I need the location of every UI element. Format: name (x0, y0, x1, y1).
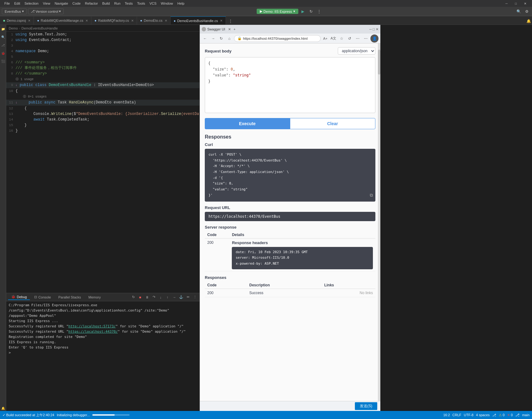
debug-toolbar-pause[interactable]: ⏸ (144, 294, 150, 300)
menu-bar[interactable]: File Edit Selection View Navigate Code R… (2, 1, 186, 6)
debug-toolbar-link[interactable]: ⚓ (178, 294, 184, 300)
run-btn[interactable]: ▶ (300, 8, 306, 15)
browser-close[interactable]: ✕ (376, 27, 378, 31)
breadcrumb-class[interactable]: DemoEventsBusHandle (21, 26, 58, 30)
menu-file[interactable]: File (2, 1, 12, 6)
debug-activity-icon[interactable]: 🐞 (0, 50, 6, 56)
menu-edit[interactable]: Edit (12, 1, 22, 6)
menu-tests[interactable]: Tests (123, 1, 135, 6)
reload-btn[interactable]: ↻ (308, 8, 314, 15)
request-url-box: https://localhost:44370/EventBus (205, 212, 375, 221)
scrollbar-track[interactable] (378, 43, 380, 401)
menu-run[interactable]: Run (112, 1, 122, 6)
eol-type[interactable]: CRLF (452, 413, 461, 417)
execute-button[interactable]: Execute (205, 118, 290, 129)
console-tab[interactable]: ⊡ Console (31, 294, 54, 300)
debug-toolbar-run-to[interactable]: → (172, 294, 177, 300)
menu-help[interactable]: Help (176, 1, 186, 6)
scrollbar-thumb[interactable] (378, 50, 380, 75)
browser-minimize[interactable]: ─ (369, 27, 372, 31)
tab-demo-csproj[interactable]: ■ Demo.csproj ✕ (0, 16, 34, 25)
tab-close-icon[interactable]: ✕ (28, 19, 30, 22)
settings-icon[interactable]: ⚙ (523, 8, 530, 15)
home-btn[interactable]: ⌂ (226, 35, 233, 42)
explorer-icon[interactable]: 📁 (0, 26, 6, 32)
search-activity-icon[interactable]: 🔍 (0, 34, 6, 40)
browser-tab-area: Swagger UI ✕ + (202, 27, 368, 31)
close-btn[interactable]: ✕ (521, 0, 530, 7)
tab-close-icon-2[interactable]: ✕ (85, 19, 88, 22)
tab-close-icon-5[interactable]: ✕ (220, 19, 222, 22)
notifications-icon[interactable]: 🔔 (0, 405, 6, 411)
menu-window[interactable]: Window (159, 1, 175, 6)
browser-tab-close[interactable]: ✕ (228, 27, 231, 31)
memory-tab[interactable]: Memory (85, 295, 104, 300)
tab-overflow-btn[interactable]: ⋮ (227, 18, 234, 25)
copy-icon[interactable]: ⧉ (370, 192, 373, 199)
menu-view[interactable]: View (41, 1, 52, 6)
parallel-stacks-tab[interactable]: Parallel Stacks (55, 295, 84, 300)
breadcrumb-demo[interactable]: Demo (9, 26, 18, 30)
tab-close-icon-4[interactable]: ✕ (165, 19, 167, 22)
link-44370[interactable]: https://localhost:44370/ (68, 329, 118, 334)
debug-toolbar-step-out[interactable]: ↑ (165, 294, 170, 300)
new-tab-icon[interactable]: + (233, 27, 235, 31)
extensions-activity-icon[interactable]: ⬛ (0, 58, 6, 64)
code-editor[interactable]: 1 using System.Text.Json; 2 using Events… (6, 32, 200, 293)
debug-tab[interactable]: 🐞 Debug (8, 294, 30, 300)
menu-refactor[interactable]: Refactor (83, 1, 100, 6)
window-controls[interactable]: ─ □ ✕ (502, 0, 530, 7)
tab-demoeto[interactable]: ● DemoEto.cs ✕ (137, 16, 171, 25)
project-selector[interactable]: EventsBus ▾ (2, 8, 27, 14)
tab-close-icon-3[interactable]: ✕ (131, 19, 134, 22)
debug-toolbar-more[interactable]: ⋮ (192, 294, 198, 300)
debug-toolbar-step-over[interactable]: ↷ (151, 294, 157, 300)
run-config-selector[interactable]: ▶ Demo: IIS Express ▾ (257, 9, 298, 14)
menu-vcs[interactable]: VCS (148, 1, 158, 6)
menu-selection[interactable]: Selection (23, 1, 40, 6)
debug-toolbar-refresh[interactable]: ↻ (131, 294, 136, 300)
menu-build[interactable]: Build (100, 1, 112, 6)
profile-avatar[interactable]: 👤 (370, 34, 378, 43)
minimize-btn[interactable]: ─ (502, 0, 511, 7)
tab-rabbitmq-factory[interactable]: ● RabbitMQFactory.cs ✕ (91, 16, 137, 25)
debug-toolbar-stop[interactable]: ■ (137, 294, 143, 300)
tab-demo-events-bus-handle[interactable]: ● DemoEventsBusHandle.cs ✕ (171, 16, 226, 25)
debug-toolbar-settings[interactable]: ✏ (185, 294, 191, 300)
reload-browser-btn[interactable]: ↻ (218, 35, 225, 42)
content-type-select[interactable]: application/json (338, 47, 375, 55)
refresh-btn[interactable]: ↺ (346, 35, 353, 42)
menu-code[interactable]: Code (71, 1, 82, 6)
browser-maximize[interactable]: □ (373, 27, 375, 31)
send-button[interactable]: 发送(S) (355, 402, 377, 410)
notification-icon[interactable]: 🔔 (525, 18, 532, 25)
menu-tools[interactable]: Tools (135, 1, 147, 6)
browser-more-btn[interactable]: ⋯ (362, 35, 369, 42)
line-col[interactable]: 16:2 (443, 413, 450, 417)
search-icon[interactable]: 🔍 (515, 8, 522, 15)
back-btn[interactable]: ← (202, 35, 209, 42)
swagger-request-section: Request body application/json { "size": … (200, 43, 380, 301)
translate-btn[interactable]: A文 (330, 35, 337, 42)
more-actions-icon[interactable]: ⋮ (316, 8, 323, 15)
maximize-btn[interactable]: □ (511, 0, 520, 7)
response-col-details: Details (229, 231, 375, 239)
forward-btn[interactable]: → (210, 35, 217, 42)
link-57173[interactable]: http://localhost:57173/ (68, 324, 116, 329)
zoom-in-btn[interactable]: A+ (322, 35, 329, 42)
version-control-btn[interactable]: ⎇ Version control ▾ (28, 8, 64, 14)
swagger-scroll-area[interactable]: Request body application/json { "size": … (200, 43, 380, 401)
share-btn[interactable]: ⋯ (354, 35, 361, 42)
tab-rabbitmq-manage[interactable]: ● RabbitMQEventsManage.cs ✕ (34, 16, 91, 25)
charset[interactable]: UTF-8 (464, 413, 474, 417)
indent[interactable]: 4 spaces (476, 413, 490, 417)
request-body-editor[interactable]: { "size": 0, "value": "string" } (205, 57, 375, 113)
git-activity-icon[interactable]: ⎇ (0, 42, 6, 48)
bookmark-btn[interactable]: ☆ (338, 35, 345, 42)
build-status[interactable]: ✓ Build succeeded at 上午2:40:24 (2, 413, 54, 417)
address-bar[interactable]: 🔒 https://localhost:44370/swagger/index.… (234, 35, 321, 42)
clear-button[interactable]: Clear (290, 118, 376, 129)
code-line-4: 4 namespace Demo; (6, 48, 200, 54)
menu-navigate[interactable]: Navigate (53, 1, 70, 6)
debug-toolbar-step-into[interactable]: ↓ (158, 294, 163, 300)
